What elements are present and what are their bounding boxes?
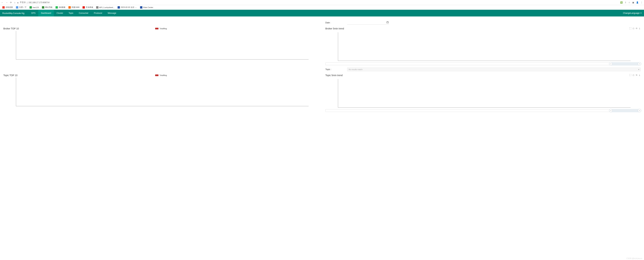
bookmark-favicon-icon (118, 6, 120, 9)
download-icon[interactable]: ⭳ (639, 27, 641, 30)
topic-label: Topic : (325, 68, 347, 71)
bookmark-label: 京东商城 (86, 6, 93, 9)
bookmark-label: 网址导航 (45, 6, 52, 9)
chart-broker-trend (338, 32, 630, 61)
bookmark-item[interactable]: API | Luckysheet... (96, 6, 115, 9)
bookmark-item[interactable]: 2023-02-02 会议 -... (118, 6, 137, 9)
bookmark-favicon-icon (68, 6, 71, 9)
url-text: 192.168.17.173:8087/#/ (28, 1, 50, 4)
range-handle-right[interactable]: ≡ (638, 109, 641, 112)
app-navbar: RocketMq-Console-Ng OPSDashboardClusterT… (0, 10, 644, 17)
panel-title-broker-trend: Broker 5min trend (325, 27, 344, 30)
change-language-label: ChangeLanguage (623, 12, 640, 14)
bookmark-label: hao123 (33, 6, 39, 9)
nav-tab-topic[interactable]: Topic (66, 10, 76, 17)
zoom-reset-icon[interactable]: ◻ (632, 74, 634, 76)
bookmark-item[interactable]: 百度一下 (16, 6, 26, 9)
chart-broker-top10 (16, 31, 308, 60)
browser-toolbar: ← → ⟳ ⌂ ▲ 不安全 | 192.168.17.173:8087/#/ 🈯… (0, 0, 644, 5)
date-text-field[interactable] (347, 22, 389, 24)
download-icon[interactable]: ⭳ (639, 74, 641, 76)
nav-tab-ops[interactable]: OPS (28, 10, 38, 17)
translate-icon[interactable]: 🈯 (620, 1, 623, 4)
chart-topic-trend (338, 79, 630, 107)
zoom-reset-icon[interactable]: ◻ (632, 27, 634, 30)
topic-select-placeholder: No results match (349, 68, 362, 70)
panel-icon[interactable]: ▣ (632, 1, 634, 4)
refresh-icon[interactable]: ⟲ (636, 27, 637, 30)
kebab-menu-icon[interactable]: ⋮ (641, 1, 643, 4)
bookmark-label: 谷歌更新 (6, 6, 13, 9)
bookmark-favicon-icon (16, 6, 18, 9)
legend-label: TotalMsg (160, 74, 167, 76)
bookmark-favicon-icon (82, 6, 85, 9)
panel-title-topic-trend: Topic 5min trend (325, 74, 343, 77)
bookmark-item[interactable]: 360搜索 (56, 6, 66, 9)
zoom-area-icon[interactable]: ⛶ (629, 27, 631, 30)
nav-tab-consumer[interactable]: Consumer (76, 10, 91, 17)
bookmark-favicon-icon (42, 6, 44, 9)
share-icon[interactable]: ⇪ (625, 1, 626, 4)
date-input[interactable] (347, 21, 389, 25)
bookmark-item[interactable]: 京东商城 (82, 6, 93, 9)
bookmarks-bar: 谷歌更新百度一下hao123网址导航360搜索阿里1688京东商城API | L… (0, 5, 644, 10)
bookmark-item[interactable]: 阿里1688 (68, 6, 79, 9)
time-range-slider-topic[interactable]: ≡ ≡ (325, 109, 641, 112)
nav-tabs: OPSDashboardClusterTopicConsumerProducer… (28, 10, 119, 17)
bookmark-label: API | Luckysheet... (99, 6, 115, 9)
chart-tools-topic-trend: ⛶ ◻ ⟲ ⭳ (629, 74, 641, 76)
nav-back-icon[interactable]: ← (1, 1, 3, 4)
chart-tools-broker-trend: ⛶ ◻ ⟲ ⭳ (629, 27, 641, 30)
zoom-area-icon[interactable]: ⛶ (629, 74, 631, 76)
topic-select[interactable]: No results match ▾ (347, 68, 641, 71)
range-handle-right[interactable]: ≡ (638, 62, 641, 66)
nav-reload-icon[interactable]: ⟳ (10, 1, 12, 4)
date-label: Date : (325, 22, 347, 24)
bookmark-label: 阿里1688 (72, 6, 79, 9)
range-handle-left[interactable]: ≡ (609, 62, 612, 66)
bookmark-item[interactable]: Rate Center (140, 6, 153, 9)
bookmark-label: 2023-02-02 会议 -... (121, 6, 137, 9)
legend-swatch-icon (155, 74, 158, 76)
bookmark-favicon-icon (56, 6, 58, 9)
insecure-icon: ▲ (17, 2, 19, 4)
app-brand: RocketMq-Console-Ng (2, 12, 24, 15)
legend-swatch-icon (155, 28, 158, 29)
bookmark-label: Rate Center (143, 6, 153, 9)
bookmark-item[interactable]: 网址导航 (42, 6, 52, 9)
bookmark-favicon-icon (96, 6, 98, 9)
bookmark-favicon-icon (140, 6, 142, 9)
bookmark-label: 360搜索 (59, 6, 66, 9)
insecure-label: 不安全 (20, 1, 26, 4)
refresh-icon[interactable]: ⟲ (636, 74, 637, 76)
time-range-slider-broker[interactable]: ≡ ≡ (325, 63, 641, 65)
range-handle-left[interactable]: ≡ (609, 109, 612, 112)
legend-broker-top10: TotalMsg (3, 28, 319, 30)
address-bar[interactable]: ▲ 不安全 | 192.168.17.173:8087/#/ (17, 1, 618, 4)
bookmark-item[interactable]: hao123 (30, 6, 39, 9)
change-language-dropdown[interactable]: ChangeLanguage (623, 12, 642, 14)
bookmark-favicon-icon (2, 6, 5, 9)
profile-icon[interactable]: 👤 (636, 1, 639, 4)
legend-label: TotalMsg (160, 28, 167, 30)
bookmark-label: 百度一下 (19, 6, 26, 9)
nav-tab-producer[interactable]: Producer (91, 10, 105, 17)
nav-tab-message[interactable]: Message (105, 10, 119, 17)
nav-fwd-icon[interactable]: → (6, 1, 8, 4)
bookmark-item[interactable]: 谷歌更新 (2, 6, 13, 9)
nav-tab-dashboard[interactable]: Dashboard (38, 10, 54, 17)
chevron-down-icon (640, 12, 642, 14)
chevron-down-icon: ▾ (638, 68, 639, 71)
legend-topic-top10: TotalMsg (3, 74, 319, 76)
bookmark-favicon-icon (30, 6, 32, 9)
chart-topic-top10 (16, 78, 308, 106)
nav-tab-cluster[interactable]: Cluster (54, 10, 66, 17)
star-icon[interactable]: ☆ (628, 1, 630, 4)
nav-home-icon[interactable]: ⌂ (14, 1, 15, 4)
